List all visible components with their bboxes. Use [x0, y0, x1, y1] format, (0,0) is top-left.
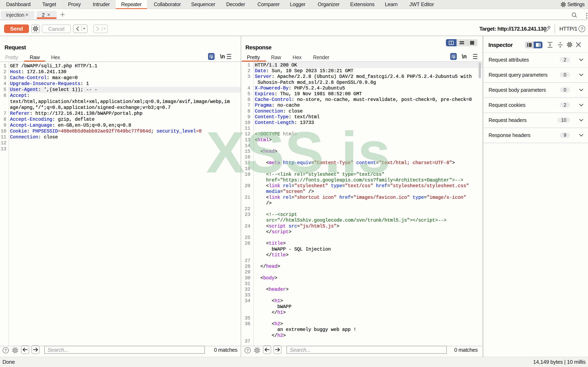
svg-text:?: ? [246, 348, 249, 352]
svg-text:?: ? [4, 348, 7, 352]
svg-text:?: ? [580, 26, 583, 31]
